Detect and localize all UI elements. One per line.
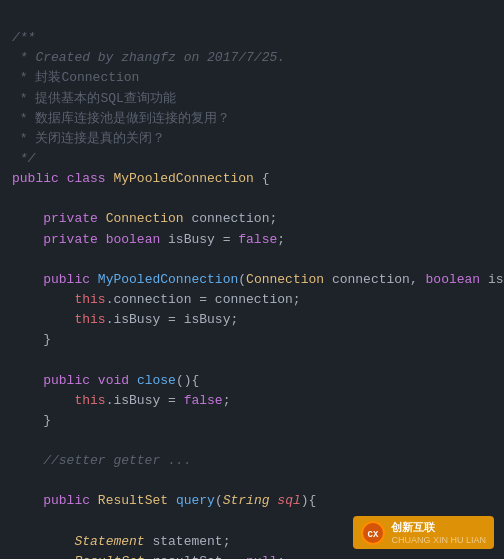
watermark-sub: CHUANG XIN HU LIAN — [391, 535, 486, 545]
constructor-line-2: this.isBusy = isBusy; — [12, 312, 238, 327]
comment-line-4: * 提供基本的SQL查询功能 — [12, 91, 176, 106]
close-method-body: this.isBusy = false; — [12, 393, 230, 408]
watermark: CX 创新互联 CHUANG XIN HU LIAN — [353, 516, 494, 549]
setter-getter-comment: //setter getter ... — [12, 453, 191, 468]
query-method-sig: public ResultSet query(String sql){ — [12, 493, 316, 508]
constructor-line-1: this.connection = connection; — [12, 292, 301, 307]
close-method-sig: public void close(){ — [12, 373, 199, 388]
watermark-logo: CX — [361, 521, 385, 545]
close-method-end: } — [12, 413, 51, 428]
class-declaration: public class MyPooledConnection { — [12, 171, 270, 186]
comment-line-7: */ — [12, 151, 35, 166]
watermark-text-block: 创新互联 CHUANG XIN HU LIAN — [391, 520, 486, 545]
stmt-declaration: Statement statement; — [12, 534, 230, 549]
resultset-declaration: ResultSet resultSet = null; — [12, 554, 285, 559]
constructor-close: } — [12, 332, 51, 347]
comment-line-5: * 数据库连接池是做到连接的复用？ — [12, 111, 230, 126]
svg-text:CX: CX — [368, 530, 379, 540]
field-connection: private Connection connection; — [12, 211, 277, 226]
watermark-name: 创新互联 — [391, 520, 486, 535]
comment-line-2: * Created by zhangfz on 2017/7/25. — [12, 50, 285, 65]
code-editor: /** * Created by zhangfz on 2017/7/25. *… — [0, 0, 504, 559]
field-isbusy: private boolean isBusy = false; — [12, 232, 285, 247]
constructor-signature: public MyPooledConnection(Connection con… — [12, 272, 504, 287]
comment-line-3: * 封装Connection — [12, 70, 139, 85]
comment-line-6: * 关闭连接是真的关闭？ — [12, 131, 165, 146]
comment-line-1: /** — [12, 30, 35, 45]
